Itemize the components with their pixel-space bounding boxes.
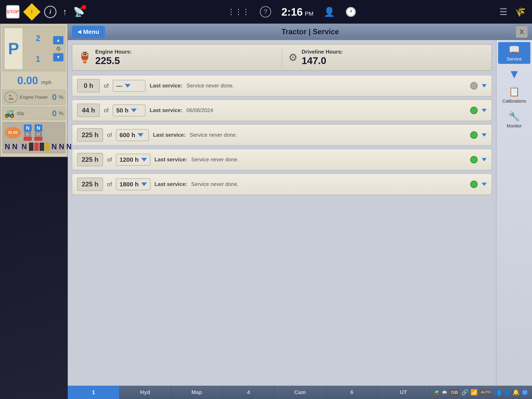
last-service-label-3: Last service: (155, 156, 187, 163)
window-titlebar: ◀ Menu Tractor | Service X (68, 24, 532, 40)
status-dot-1 (470, 107, 478, 114)
last-service-label-0: Last service: (150, 82, 182, 89)
tab-4[interactable]: 4 (223, 386, 274, 399)
service-done-1: 44 h (77, 104, 100, 117)
service-row-1: 44 h of 50 h Last service: 06/08/2024 (72, 100, 492, 121)
status-dot-0 (470, 82, 478, 89)
service-of-4: of (107, 181, 112, 188)
link-icon: 🔗 (461, 389, 468, 396)
top-bar-right: ☰ 🌾 (499, 6, 526, 17)
service-book-icon: 📖 (509, 44, 520, 55)
tab-1[interactable]: 1 (68, 386, 120, 399)
isobus-icon: ISB (450, 389, 459, 395)
status-dot-4 (470, 181, 478, 188)
info-icon[interactable]: i (44, 6, 57, 18)
service-of-3: of (107, 156, 112, 163)
gear-numbers: 2 1 (25, 28, 51, 69)
field-icon[interactable]: 🌾 (514, 6, 526, 17)
n-badge-b2: N B2 (34, 124, 43, 141)
row-expand-arrow-4[interactable] (482, 183, 487, 186)
tab-ut[interactable]: UT (378, 386, 429, 399)
left-instrument-panel: P 2 1 ▲ ⚙ ▼ 0.00 mph %kW Engine Power 0 … (0, 24, 68, 157)
gear-up-button[interactable]: ▲ (53, 36, 63, 44)
speed-section: 0.00 mph (2, 73, 65, 88)
service-interval-dropdown-0[interactable]: --- (113, 80, 146, 92)
service-done-0: 0 h (77, 79, 100, 92)
sidebar-item-service[interactable]: 📖 Service (498, 42, 530, 64)
speedometer-icon[interactable]: 🕐 (345, 6, 356, 17)
last-service-value-3: Service never done. (191, 156, 466, 163)
service-interval-dropdown-1[interactable]: 50 h (113, 104, 146, 116)
park-gear-display: P (4, 28, 23, 69)
row-expand-arrow-0[interactable] (482, 84, 487, 88)
service-row-3: 225 h of 1200 h Last service: Service ne… (72, 149, 492, 170)
hours-separator (282, 49, 282, 66)
row-expand-arrow-3[interactable] (482, 158, 487, 161)
service-done-2: 225 h (77, 128, 103, 142)
service-row-0: 0 h of --- Last service: Service never d… (72, 75, 492, 96)
warning-icon[interactable]: ! (23, 3, 41, 20)
service-panel: 🏺 Engine Hours: 225.5 ⚙ Driveline Hours:… (68, 40, 496, 386)
gear-indicator: P 2 1 ▲ ⚙ ▼ (2, 26, 65, 71)
top-status-bar: STOP ! i ↑ 📡 ! ⋮⋮⋮ ? 2:16 PM 👤 🕐 (0, 0, 532, 24)
service-row-2: 225 h of 600 h Last service: Service nev… (72, 124, 492, 146)
gear-controls: ▲ ⚙ ▼ (53, 28, 63, 69)
sidebar-item-calibrations[interactable]: 📋 Calibrations (498, 84, 530, 106)
dropdown-arrow-icon-3 (141, 158, 147, 162)
content-area: 🏺 Engine Hours: 225.5 ⚙ Driveline Hours:… (68, 40, 532, 386)
list-icon[interactable]: ☰ (499, 6, 507, 17)
signal-icon: 📶 (470, 389, 478, 396)
dropdown-arrow-icon-4 (141, 183, 147, 186)
tab-map[interactable]: Map (171, 386, 223, 399)
tab-cam[interactable]: Cam (274, 386, 326, 399)
user-icon[interactable]: 👤 (324, 6, 335, 17)
bottom-status-icons: 🚜 🌧 ISB 🔗 📶 AUTO 👥 👤 🔔 12 (429, 386, 532, 399)
close-button[interactable]: X (516, 26, 528, 38)
driveline-icon: ⚙ (288, 51, 298, 63)
gear-down-button[interactable]: ▼ (53, 53, 63, 61)
last-service-label-1: Last service: (150, 107, 182, 114)
row-expand-arrow-1[interactable] (482, 109, 487, 112)
b-badge-icon: B1 B2 (5, 127, 21, 138)
dropdown-arrow-icon-2 (138, 133, 144, 137)
service-row-4: 225 h of 1800 h Last service: Service ne… (72, 173, 492, 195)
tab-hyd[interactable]: Hyd (120, 386, 171, 399)
engine-hours-text: Engine Hours: 225.5 (95, 49, 132, 66)
notification-count-badge: 12 (522, 389, 528, 395)
stop-icon[interactable]: STOP (6, 5, 19, 19)
grid-icon[interactable]: ⋮⋮⋮ (228, 8, 250, 16)
status-dot-3 (470, 156, 478, 163)
engine-icon: 🏺 (78, 51, 91, 63)
gear-settings-icon: ⚙ (56, 45, 61, 52)
last-service-value-2: Service never done. (190, 132, 466, 138)
person-icon: 👤 (503, 389, 510, 396)
service-of-2: of (107, 132, 112, 138)
color-bars (29, 143, 50, 151)
last-service-value-4: Service never done. (191, 181, 466, 187)
service-of-0: of (104, 82, 108, 89)
gear-badges-section: B1 B2 N B1 N B2 N N N N N (2, 122, 65, 153)
service-interval-dropdown-4[interactable]: 1800 h (116, 178, 150, 190)
service-interval-dropdown-2[interactable]: 600 h (116, 129, 149, 141)
bell-icon: 🔔 (513, 389, 520, 396)
slip-box: 🚜 Slip 0 % (2, 107, 65, 120)
menu-button[interactable]: ◀ Menu (72, 26, 105, 38)
driveline-hours-text: Driveline Hours: 147.0 (302, 49, 343, 66)
tabs-container: 1HydMap4Cam6UT (68, 386, 429, 399)
last-service-value-0: Service never done. (186, 82, 466, 89)
row-expand-arrow-2[interactable] (482, 133, 487, 137)
service-interval-dropdown-3[interactable]: 1200 h (116, 154, 150, 166)
tab-6[interactable]: 6 (326, 386, 378, 399)
driveline-hours-section: ⚙ Driveline Hours: 147.0 (288, 49, 486, 66)
sidebar-triangle-icon: ▼ (508, 67, 520, 81)
calibrations-icon: 📋 (509, 86, 520, 97)
help-icon[interactable]: ? (260, 6, 271, 18)
bottom-gear-row: N N N N N N (5, 142, 63, 151)
service-done-4: 225 h (77, 177, 103, 191)
engine-hours-section: 🏺 Engine Hours: 225.5 (78, 49, 276, 66)
arrow-up-icon: ↑ (63, 7, 67, 17)
tractor-icon: 🚜 (4, 108, 15, 118)
satellite-icon[interactable]: 📡 ! (73, 6, 85, 17)
dropdown-arrow-icon-0 (125, 84, 131, 88)
sidebar-item-monitor[interactable]: 🔧 Monitor (498, 109, 530, 131)
